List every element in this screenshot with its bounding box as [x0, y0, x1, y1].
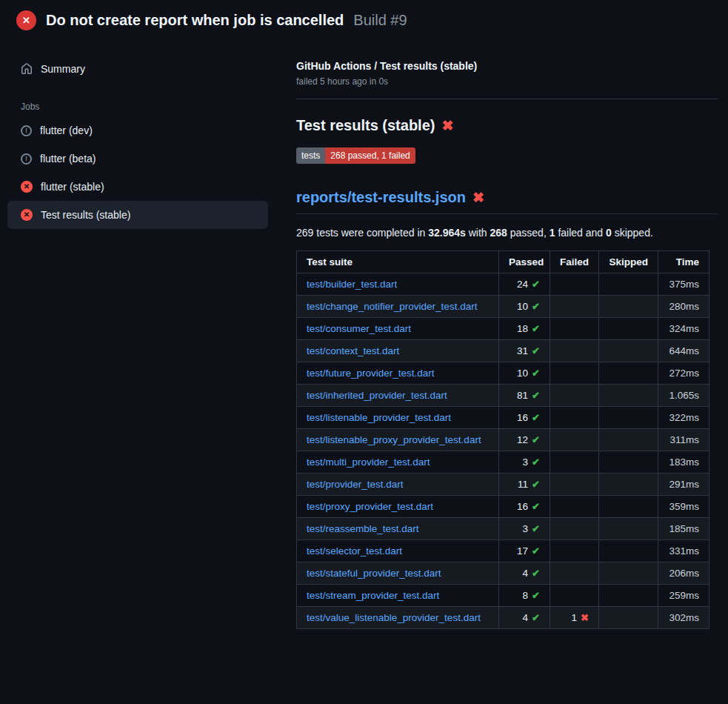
check-run-heading: Test results (stable) ✖	[296, 117, 718, 134]
count-value: 16	[517, 412, 528, 423]
table-row: test/stream_provider_test.dart8✔259ms	[297, 585, 709, 607]
passed-cell: 4✔	[499, 562, 550, 585]
table-body: test/builder_test.dart24✔375mstest/chang…	[297, 273, 709, 629]
failed-cell	[550, 585, 599, 607]
failed-cell	[550, 562, 599, 585]
app-root: ✕ Do not create report when job is cance…	[0, 0, 728, 659]
failed-cell	[550, 518, 599, 540]
test-suite-link[interactable]: test/proxy_provider_test.dart	[307, 501, 433, 512]
home-icon	[21, 63, 33, 75]
test-suite-link[interactable]: test/stream_provider_test.dart	[307, 590, 439, 601]
test-suite-link[interactable]: test/builder_test.dart	[307, 279, 397, 290]
table-row: test/change_notifier_provider_test.dart1…	[297, 296, 709, 318]
sidebar-item-flutter-beta[interactable]: !flutter (beta)	[7, 145, 268, 173]
suite-cell: test/stateful_provider_test.dart	[297, 562, 499, 585]
count-value: 31	[517, 345, 528, 356]
x-circle-icon: ✕	[21, 181, 33, 193]
results-summary-text: 269 tests were completed in 32.964s with…	[296, 227, 718, 239]
count-value: 3	[523, 456, 529, 468]
time-cell: 359ms	[658, 496, 709, 518]
suite-cell: test/multi_provider_test.dart	[297, 451, 499, 474]
skipped-cell	[599, 562, 658, 585]
count-value: 1	[572, 612, 578, 623]
column-header-test-suite: Test suite	[297, 251, 499, 273]
passed-cell: 8✔	[499, 585, 550, 607]
skipped-cell	[599, 451, 658, 474]
table-row: test/listenable_proxy_provider_test.dart…	[297, 429, 709, 451]
check-icon: ✔	[532, 456, 540, 468]
check-icon: ✔	[532, 590, 540, 601]
time-cell: 322ms	[658, 407, 709, 429]
test-suite-link[interactable]: test/listenable_proxy_provider_test.dart	[307, 434, 481, 445]
test-suite-link[interactable]: test/listenable_provider_test.dart	[307, 412, 451, 423]
test-suite-link[interactable]: test/inherited_provider_test.dart	[307, 390, 447, 401]
time-cell: 1.065s	[658, 385, 709, 407]
test-suite-link[interactable]: test/reassemble_test.dart	[307, 523, 419, 534]
test-suite-link[interactable]: test/future_provider_test.dart	[307, 368, 435, 379]
suite-cell: test/future_provider_test.dart	[297, 362, 499, 385]
test-suite-link[interactable]: test/consumer_test.dart	[307, 323, 411, 334]
failed-cell: 1✖	[550, 607, 599, 629]
test-suite-link[interactable]: test/change_notifier_provider_test.dart	[307, 301, 477, 312]
suite-cell: test/proxy_provider_test.dart	[297, 496, 499, 518]
test-suite-link[interactable]: test/selector_test.dart	[307, 545, 402, 557]
check-icon: ✔	[532, 479, 540, 490]
summary-text: skipped.	[612, 227, 653, 239]
check-icon: ✔	[532, 501, 540, 512]
suite-cell: test/selector_test.dart	[297, 540, 499, 562]
table-row: test/builder_test.dart24✔375ms	[297, 273, 709, 296]
count-value: 12	[517, 434, 528, 445]
check-icon: ✔	[532, 545, 540, 557]
passed-cell: 18✔	[499, 318, 550, 340]
check-icon: ✔	[532, 345, 540, 356]
skipped-cell	[599, 540, 658, 562]
failed-cell	[550, 540, 599, 562]
failed-cell	[550, 407, 599, 429]
table-row: test/value_listenable_provider_test.dart…	[297, 607, 709, 629]
test-suite-link[interactable]: test/context_test.dart	[307, 345, 399, 356]
summary-number: 0	[606, 227, 612, 239]
skipped-cell	[599, 340, 658, 362]
stopped-circle-icon: !	[21, 153, 32, 165]
sidebar-summary-label: Summary	[41, 63, 85, 75]
time-cell: 331ms	[658, 540, 709, 562]
sidebar-item-test-results-stable[interactable]: ✕Test results (stable)	[7, 201, 268, 229]
passed-cell: 31✔	[499, 340, 550, 362]
sidebar-item-label: Test results (stable)	[41, 209, 130, 221]
time-cell: 280ms	[658, 296, 709, 318]
passed-cell: 16✔	[499, 407, 550, 429]
count-value: 16	[517, 501, 528, 512]
test-results-table: Test suitePassedFailedSkippedTime test/b…	[296, 250, 709, 629]
skipped-cell	[599, 607, 658, 629]
summary-text: 269 tests were completed in	[296, 227, 428, 239]
count-value: 4	[523, 568, 529, 579]
failed-cell	[550, 474, 599, 496]
skipped-cell	[599, 385, 658, 407]
passed-cell: 4✔	[499, 607, 550, 629]
test-suite-link[interactable]: test/provider_test.dart	[307, 479, 404, 490]
failed-cell	[550, 362, 599, 385]
run-status-line: failed 5 hours ago in 0s	[296, 76, 718, 87]
stopped-circle-icon: !	[21, 125, 32, 136]
passed-cell: 16✔	[499, 496, 550, 518]
check-icon: ✔	[532, 390, 540, 401]
column-header-time: Time	[658, 251, 709, 273]
failed-cell	[550, 496, 599, 518]
test-suite-link[interactable]: test/multi_provider_test.dart	[307, 456, 430, 468]
test-suite-link[interactable]: test/stateful_provider_test.dart	[307, 568, 441, 579]
check-icon: ✔	[532, 612, 540, 623]
report-file-link[interactable]: reports/test-results.json	[296, 189, 466, 206]
count-value: 17	[517, 545, 528, 557]
test-suite-link[interactable]: test/value_listenable_provider_test.dart	[307, 612, 481, 623]
sidebar-item-summary[interactable]: Summary	[7, 56, 268, 82]
run-header: ✕ Do not create report when job is cance…	[0, 0, 728, 39]
suite-cell: test/stream_provider_test.dart	[297, 585, 499, 607]
sidebar-item-label: flutter (beta)	[40, 153, 96, 165]
badge-value: 268 passed, 1 failed	[325, 147, 415, 164]
skipped-cell	[599, 585, 658, 607]
sidebar-item-flutter-stable[interactable]: ✕flutter (stable)	[7, 173, 268, 201]
sidebar-item-flutter-dev[interactable]: !flutter (dev)	[7, 116, 268, 145]
summary-text: with	[466, 227, 490, 239]
passed-cell: 3✔	[499, 451, 550, 474]
tests-status-badge: tests 268 passed, 1 failed	[296, 147, 415, 164]
